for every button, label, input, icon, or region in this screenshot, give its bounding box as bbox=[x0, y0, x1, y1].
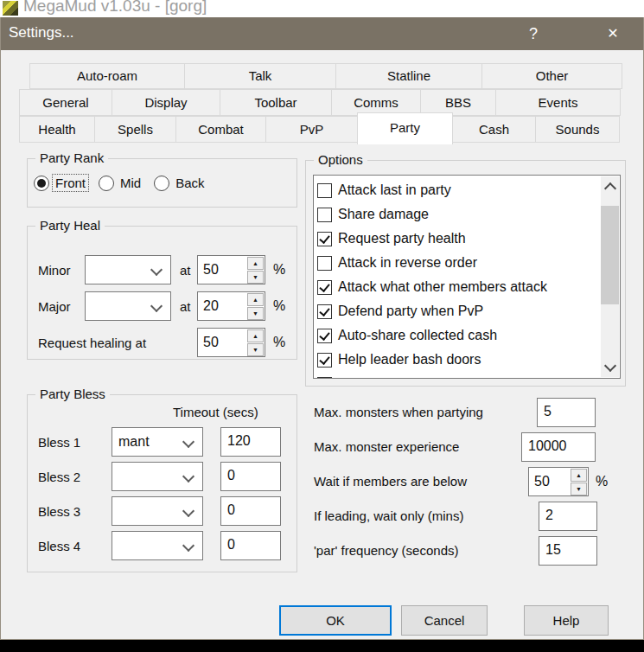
scrollbar-up-icon[interactable] bbox=[601, 176, 619, 195]
bless4-timeout-field[interactable]: 0 bbox=[220, 531, 281, 560]
tab-sounds[interactable]: Sounds bbox=[535, 116, 620, 143]
option-row[interactable]: Help leader bash doors bbox=[317, 348, 600, 372]
bless3-select[interactable] bbox=[112, 496, 203, 526]
par-frequency-label: 'par' frequency (seconds) bbox=[314, 543, 458, 558]
radio-button-icon[interactable] bbox=[99, 176, 114, 191]
unchecked-checkbox-icon[interactable] bbox=[317, 256, 332, 271]
radio-mid[interactable]: Mid bbox=[99, 175, 143, 191]
par-frequency-field[interactable]: 15 bbox=[539, 536, 597, 566]
request-healing-percent-value: 50 bbox=[203, 335, 219, 350]
checked-checkbox-icon[interactable] bbox=[317, 329, 332, 343]
bless1-label: Bless 1 bbox=[38, 435, 80, 450]
bless4-select[interactable] bbox=[112, 531, 203, 560]
leading-wait-field[interactable]: 2 bbox=[539, 502, 597, 531]
party-bless-group: Party Bless Timeout (secs) Bless 1 mant … bbox=[27, 394, 297, 572]
option-label: Attack last in party bbox=[338, 182, 451, 198]
unchecked-checkbox-icon[interactable] bbox=[317, 208, 332, 222]
cancel-button[interactable]: Cancel bbox=[401, 605, 488, 636]
option-label: Attack in reverse order bbox=[338, 255, 477, 271]
checked-checkbox-icon[interactable] bbox=[317, 377, 332, 379]
background-window-titlebar: MegaMud v1.03u - [gorg] bbox=[0, 0, 644, 17]
tab-party[interactable]: Party bbox=[357, 112, 453, 144]
spin-down-icon[interactable]: ▼ bbox=[247, 271, 264, 284]
wait-members-below-label: Wait if members are below bbox=[314, 474, 467, 489]
scrollbar-down-icon[interactable] bbox=[601, 358, 619, 377]
chevron-down-icon bbox=[182, 505, 194, 517]
close-icon[interactable]: ✕ bbox=[593, 17, 633, 50]
help-titlebar-icon[interactable]: ? bbox=[513, 17, 553, 50]
tab-display[interactable]: Display bbox=[112, 89, 220, 116]
spin-down-icon[interactable]: ▼ bbox=[247, 343, 264, 356]
tab-other[interactable]: Other bbox=[481, 63, 622, 89]
radio-front[interactable]: Front bbox=[34, 175, 88, 191]
tab-talk[interactable]: Talk bbox=[184, 63, 336, 89]
radio-button-icon[interactable] bbox=[34, 176, 49, 191]
minor-heal-percent-spinner[interactable]: 50 ▲▼ bbox=[197, 255, 265, 284]
max-monsters-field[interactable]: 5 bbox=[537, 398, 596, 427]
spin-down-icon[interactable]: ▼ bbox=[247, 307, 264, 320]
tab-toolbar[interactable]: Toolbar bbox=[220, 89, 332, 116]
help-button[interactable]: Help bbox=[524, 605, 609, 636]
party-rank-group-title: Party Rank bbox=[35, 150, 108, 165]
option-row[interactable]: Auto-share collected cash bbox=[317, 323, 600, 348]
option-row[interactable]: Attack what other members attack bbox=[317, 275, 600, 299]
dialog-titlebar[interactable]: Settings... ? ✕ bbox=[1, 17, 643, 50]
spin-up-icon[interactable]: ▲ bbox=[571, 469, 587, 482]
scrollbar-thumb[interactable] bbox=[601, 206, 619, 304]
minor-heal-select[interactable] bbox=[85, 255, 171, 284]
bless3-label: Bless 3 bbox=[38, 504, 80, 519]
bless1-select[interactable]: mant bbox=[112, 427, 203, 457]
option-row[interactable]: Share damage bbox=[317, 202, 600, 227]
percent-label: % bbox=[596, 474, 608, 489]
spin-down-icon[interactable]: ▼ bbox=[571, 483, 587, 495]
checked-checkbox-icon[interactable] bbox=[317, 232, 332, 246]
request-healing-percent-spinner[interactable]: 50 ▲▼ bbox=[197, 328, 265, 357]
major-heal-percent-spinner[interactable]: 20 ▲▼ bbox=[197, 291, 265, 321]
option-label: Defend party when PvP bbox=[338, 304, 483, 319]
spin-up-icon[interactable]: ▲ bbox=[247, 293, 264, 306]
bless2-select[interactable] bbox=[112, 462, 203, 491]
ok-button[interactable]: OK bbox=[279, 605, 392, 636]
checked-checkbox-icon[interactable] bbox=[317, 304, 332, 319]
unchecked-checkbox-icon[interactable] bbox=[317, 183, 332, 198]
bless2-timeout-field[interactable]: 0 bbox=[220, 462, 281, 491]
max-experience-field[interactable]: 10000 bbox=[521, 432, 596, 462]
option-row[interactable]: Defend party when PvP bbox=[317, 299, 600, 323]
percent-label: % bbox=[273, 298, 285, 314]
tab-statline[interactable]: Statline bbox=[335, 63, 482, 89]
tab-combat[interactable]: Combat bbox=[175, 116, 266, 143]
bless1-timeout-field[interactable]: 120 bbox=[220, 427, 281, 457]
wait-members-below-spinner[interactable]: 50 ▲▼ bbox=[528, 467, 589, 496]
tab-general[interactable]: General bbox=[19, 89, 112, 116]
options-scrollbar[interactable] bbox=[601, 176, 619, 377]
major-heal-select[interactable] bbox=[85, 291, 171, 321]
major-at-label: at bbox=[180, 299, 191, 314]
option-row[interactable]: Attack last in party bbox=[317, 178, 600, 202]
checked-checkbox-icon[interactable] bbox=[317, 353, 332, 368]
option-row[interactable]: Request party health bbox=[317, 227, 600, 251]
tab-pvp[interactable]: PvP bbox=[265, 116, 358, 143]
spinner-buttons: ▲▼ bbox=[571, 469, 587, 495]
radio-back[interactable]: Back bbox=[154, 175, 207, 191]
option-row[interactable]: Leave Gang when following bbox=[317, 372, 600, 378]
option-row[interactable]: Attack in reverse order bbox=[317, 251, 600, 275]
chevron-down-icon bbox=[182, 436, 194, 448]
major-heal-percent-value: 20 bbox=[203, 298, 219, 314]
tab-events[interactable]: Events bbox=[495, 89, 621, 116]
radio-back-label: Back bbox=[173, 175, 207, 191]
megamud-app-icon bbox=[3, 1, 18, 16]
tab-spells[interactable]: Spells bbox=[94, 116, 176, 143]
party-rank-group: Party Rank Front Mid Back bbox=[27, 158, 297, 208]
checked-checkbox-icon[interactable] bbox=[317, 280, 332, 295]
options-group: Options Attack last in partyShare damage… bbox=[305, 160, 626, 387]
option-label: Share damage bbox=[338, 207, 429, 222]
chevron-down-icon bbox=[182, 540, 194, 552]
tab-health[interactable]: Health bbox=[19, 116, 95, 143]
minor-heal-percent-value: 50 bbox=[203, 262, 219, 278]
radio-button-icon[interactable] bbox=[154, 176, 169, 191]
spin-up-icon[interactable]: ▲ bbox=[247, 257, 264, 270]
tab-auto-roam[interactable]: Auto-roam bbox=[29, 63, 185, 89]
tab-cash[interactable]: Cash bbox=[452, 116, 536, 143]
bless3-timeout-field[interactable]: 0 bbox=[220, 496, 281, 526]
spin-up-icon[interactable]: ▲ bbox=[247, 329, 264, 342]
